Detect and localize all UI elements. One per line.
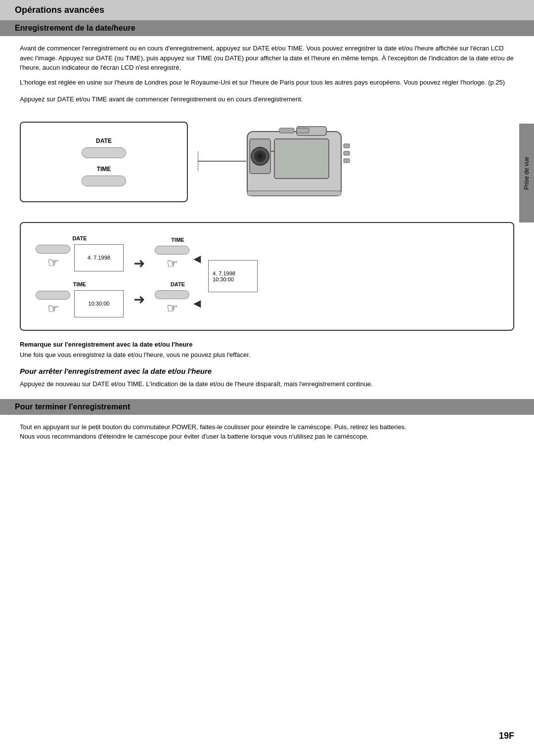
time-seq-label: TIME [73, 281, 86, 287]
time-hand-icon-right: ☞ [167, 256, 178, 271]
appuyez-paragraph: Appuyez sur DATE et/ou TIME avant de com… [20, 94, 514, 104]
sequence-diagram: DATE ☞ 4. 7.1998 TIME ☞ [20, 222, 514, 331]
screen-box-2: 10:30:00 [74, 290, 124, 317]
time-seq-row: ☞ 10:30:00 [36, 290, 124, 317]
stop-section-title: Pour arrêter l'enregistrement avec la da… [20, 367, 514, 375]
svg-rect-11 [279, 128, 294, 133]
time-btn-hand: ☞ [36, 291, 70, 316]
date-seq-label: DATE [72, 235, 87, 241]
screen3-line2: 10:30:00 [213, 276, 234, 282]
right-sequence: TIME ☞ ◀ DATE ☞ ◀ [155, 237, 201, 316]
date-pill-button[interactable] [82, 147, 126, 158]
date-seq-bottom-right: DATE ☞ ◀ [155, 281, 201, 316]
date-btn-hand: ☞ [36, 245, 70, 270]
time-seq-label2: TIME [171, 237, 184, 243]
date-hand-icon: ☞ [47, 255, 59, 270]
page-title: Opérations avancées [15, 5, 519, 15]
remark-text: Une fois que vous enregistrez la date et… [20, 350, 514, 360]
date-seq-pill[interactable] [36, 245, 70, 254]
date-seq-label2: DATE [171, 281, 185, 287]
svg-rect-1 [274, 139, 329, 178]
page-header: Opérations avancées [0, 0, 534, 20]
date-label-1: DATE [96, 137, 112, 144]
small-arrow-right: ◀ [193, 253, 201, 265]
content-area: Avant de commencer l'enregistrement ou e… [0, 44, 534, 389]
section2-paragraph: Tout en appuyant sur le petit bouton du … [20, 422, 514, 442]
time-hand-icon: ☞ [47, 301, 59, 316]
time-pill-button[interactable] [82, 176, 126, 186]
screen2-text: 10:30:00 [89, 301, 110, 307]
time-seq-bottom: TIME ☞ 10:30:00 [36, 281, 124, 317]
arrows-column: ➜ ➜ [131, 245, 147, 308]
svg-rect-13 [247, 191, 341, 196]
time-seq-pill[interactable] [36, 291, 70, 300]
section1-title: Enregistrement de la date/heure [15, 24, 519, 33]
svg-rect-7 [344, 144, 350, 148]
remark-title: Remarque sur l'enregistrement avec la da… [20, 341, 514, 348]
date-hand-icon-right: ☞ [167, 301, 178, 316]
screen1-text: 4. 7.1998 [88, 255, 110, 261]
date-seq-row: ☞ 4. 7.1998 [36, 244, 124, 271]
intro-paragraph2: L'horloge est réglée en usine sur l'heur… [20, 78, 514, 88]
section2-header: Pour terminer l'enregistrement [0, 399, 534, 415]
diagram-row-1: DATE TIME [20, 112, 514, 212]
time-button-group: TIME [82, 166, 126, 186]
time-label-1: TIME [97, 166, 111, 173]
time-btn-hand-right: ☞ [155, 246, 189, 271]
date-btn-hand-right: ☞ [155, 290, 189, 316]
svg-rect-8 [344, 151, 350, 155]
camera-illustration [198, 112, 514, 212]
time-seq-top-right: TIME ☞ ◀ [155, 237, 201, 271]
screen3-line1: 4. 7.1998 [213, 270, 235, 276]
section1-header: Enregistrement de la date/heure [0, 20, 534, 36]
svg-rect-12 [297, 128, 309, 133]
date-seq-top: DATE ☞ 4. 7.1998 [36, 235, 124, 271]
section2-content: Tout en appuyant sur le petit bouton du … [0, 422, 534, 442]
time-seq-row-right: ☞ ◀ [155, 246, 201, 271]
remark-section: Remarque sur l'enregistrement avec la da… [20, 341, 514, 360]
screen-box-combined: 4. 7.1998 10:30:00 [208, 260, 258, 292]
intro-paragraph1: Avant de commencer l'enregistrement ou e… [20, 44, 514, 73]
date-time-box: DATE TIME [20, 122, 188, 202]
screen-box-1: 4. 7.1998 [74, 244, 124, 271]
small-arrow-right-2: ◀ [193, 297, 201, 309]
sidebar-text: Prise de vue [523, 157, 530, 190]
page-number: 19F [499, 731, 514, 741]
svg-point-5 [257, 153, 263, 159]
date-button-group: DATE [82, 137, 126, 158]
arrow-1: ➜ [131, 255, 147, 271]
time-seq-pill-right[interactable] [155, 246, 189, 255]
arrow-2: ➜ [131, 291, 147, 308]
svg-rect-9 [344, 159, 350, 163]
left-sequence: DATE ☞ 4. 7.1998 TIME ☞ [36, 235, 124, 317]
right-sidebar: Prise de vue [519, 124, 534, 222]
date-seq-row-right: ☞ ◀ [155, 290, 201, 316]
section2-title: Pour terminer l'enregistrement [15, 402, 519, 411]
camera-svg [198, 112, 356, 211]
stop-section-text: Appuyez de nouveau sur DATE et/ou TIME. … [20, 379, 514, 389]
date-seq-pill-right[interactable] [155, 290, 189, 299]
